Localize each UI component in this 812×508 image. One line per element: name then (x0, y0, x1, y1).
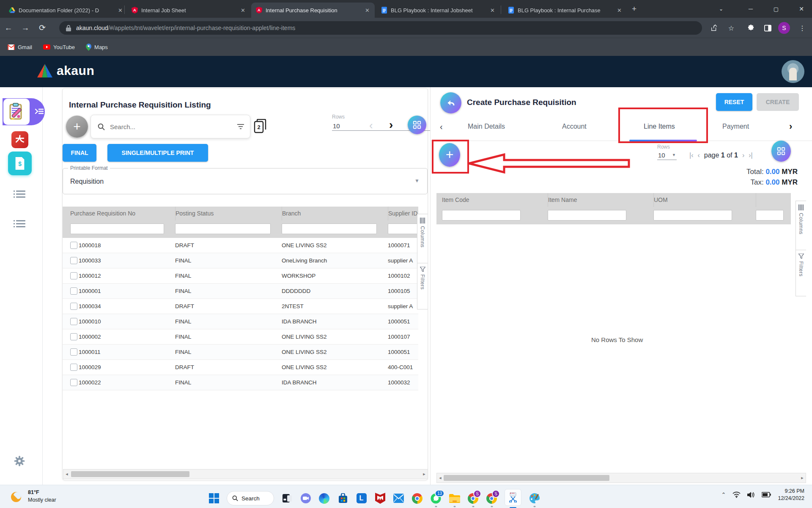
table-row[interactable]: 1000001FINALDDDDDDD1000105 (63, 284, 418, 299)
volume-icon[interactable] (747, 491, 755, 498)
row-checkbox[interactable] (70, 318, 77, 325)
table-row[interactable]: 1000029DRAFTONE LIVING SS2400-C001 (63, 360, 418, 375)
window-close-button[interactable]: ✕ (792, 0, 811, 18)
close-icon[interactable]: ✕ (364, 7, 370, 14)
columns-side-tab[interactable]: Columns (796, 201, 806, 254)
chrome-icon[interactable] (411, 493, 423, 504)
sidebar-item-list-2[interactable] (14, 219, 26, 229)
reset-button[interactable]: RESET (716, 93, 752, 111)
scroll-left-icon[interactable]: ◄ (437, 476, 444, 480)
tab-account[interactable]: Account (562, 123, 587, 130)
column-header[interactable]: Branch (282, 207, 388, 221)
last-page-icon[interactable]: ›| (749, 152, 752, 159)
row-checkbox[interactable] (70, 303, 77, 310)
printable-format-select[interactable]: Printable Format Requisition ▼ (63, 168, 428, 194)
close-icon[interactable]: ✕ (489, 7, 496, 14)
tab-internal-job-sheet[interactable]: A Internal Job Sheet ✕ (127, 3, 250, 18)
mcafee-icon[interactable] (374, 493, 386, 504)
bookmark-gmail[interactable]: Gmail (8, 44, 32, 50)
maximize-button[interactable]: ▢ (766, 0, 786, 18)
column-header[interactable]: Posting Status (175, 207, 282, 221)
whatsapp-icon[interactable]: 13 (430, 493, 442, 504)
filter-input-branch[interactable] (282, 224, 377, 234)
mail-icon[interactable] (393, 493, 404, 504)
share-icon[interactable] (707, 21, 721, 35)
table-row[interactable]: 1000018DRAFTONE LIVING SS21000071 (63, 238, 418, 253)
wifi-icon[interactable] (732, 491, 741, 498)
tab-internal-purchase-requisition[interactable]: A Internal Purchase Requisition ✕ (251, 3, 375, 18)
close-icon[interactable]: ✕ (117, 7, 123, 14)
tabs-scroll-left-icon[interactable]: ‹ (440, 122, 443, 132)
bookmark-star-icon[interactable]: ☆ (724, 21, 738, 35)
filters-side-tab[interactable]: Filters (796, 250, 806, 296)
close-icon[interactable]: ✕ (616, 7, 623, 14)
single-multiple-print-button[interactable]: SINGLE/MULTIPLE PRINT (107, 144, 208, 162)
filter-input-posting-status[interactable] (175, 224, 271, 234)
row-checkbox[interactable] (70, 333, 77, 340)
microsoft-store-icon[interactable] (337, 493, 348, 504)
table-row[interactable]: 1000034DRAFT2NTESTsupplier A (63, 299, 418, 314)
tab-search-chevron-icon[interactable]: ⌄ (711, 0, 731, 18)
close-icon[interactable]: ✕ (240, 7, 246, 14)
url-bar[interactable]: akaun.cloud/#/applets/tnt/wavelet/erp/in… (59, 21, 702, 35)
table-row[interactable]: 1000011FINALONE LIVING SS21000051 (63, 345, 418, 360)
grid-view-button[interactable] (771, 141, 791, 162)
sidebar-item-da-app[interactable] (11, 131, 28, 148)
row-checkbox[interactable] (70, 364, 77, 371)
grid-view-button[interactable] (408, 116, 426, 134)
back-button-circle[interactable] (440, 92, 461, 113)
tab-main-details[interactable]: Main Details (468, 123, 505, 130)
l-app-icon[interactable]: L (356, 493, 367, 504)
bookmark-youtube[interactable]: YouTube (43, 44, 75, 50)
create-horizontal-scrollbar[interactable]: ◄ ► (436, 473, 806, 483)
sidebar-item-requisition-applet[interactable] (3, 98, 45, 125)
task-view-button[interactable] (281, 493, 293, 504)
row-checkbox[interactable] (70, 379, 77, 386)
tab-payment[interactable]: Payment (722, 123, 749, 130)
user-avatar[interactable] (782, 60, 804, 83)
paint-icon[interactable] (529, 493, 540, 504)
browser-menu-icon[interactable]: ⋮ (795, 21, 809, 35)
tab-blg-playbook-purchase[interactable]: BLG Playbook : Internal Purchase ✕ (503, 3, 627, 18)
tray-expand-icon[interactable]: ⌃ (721, 491, 726, 498)
search-input[interactable] (109, 123, 237, 131)
snipping-tool-icon-active[interactable] (505, 489, 521, 506)
column-header[interactable]: Item Code (442, 193, 548, 207)
columns-side-tab[interactable]: Columns (417, 214, 428, 267)
taskbar-search[interactable]: Search (227, 491, 274, 505)
chat-button[interactable] (300, 493, 311, 504)
settings-gear-icon[interactable] (14, 456, 25, 467)
file-explorer-icon[interactable] (449, 493, 460, 504)
clock[interactable]: 9:26 PM 12/24/2022 (778, 488, 804, 502)
next-page-icon[interactable]: › (389, 118, 393, 132)
scrollbar-thumb[interactable] (71, 471, 189, 477)
scroll-left-icon[interactable]: ◄ (63, 472, 70, 476)
filter-list-icon[interactable] (237, 124, 244, 129)
row-checkbox[interactable] (70, 257, 77, 264)
extensions-icon[interactable] (743, 21, 758, 35)
listing-horizontal-scrollbar[interactable]: ◄ ► (63, 469, 428, 479)
table-row[interactable]: 1000022FINALIDA BRANCH1000032 (63, 375, 418, 390)
row-checkbox[interactable] (70, 242, 77, 249)
scrollbar-thumb[interactable] (444, 475, 609, 481)
sidebar-item-finance-doc[interactable]: $ (8, 152, 32, 175)
final-button[interactable]: FINAL (63, 144, 96, 162)
chrome-profile-s-icon-2[interactable]: S (486, 493, 497, 504)
filter-input-extra[interactable] (756, 210, 784, 221)
filter-input-uom[interactable] (653, 210, 732, 221)
create-button[interactable]: CREATE (757, 93, 799, 111)
battery-icon[interactable] (762, 492, 771, 497)
back-button[interactable]: ← (0, 23, 17, 33)
column-header[interactable]: Item Name (548, 193, 653, 207)
sidebar-item-list-1[interactable] (14, 190, 26, 199)
filter-input-requisition-no[interactable] (70, 224, 164, 234)
next-page-icon[interactable]: › (742, 152, 744, 159)
table-row[interactable]: 1000002FINALONE LIVING SS21000107 (63, 329, 418, 345)
filter-input-item-code[interactable] (442, 210, 521, 221)
column-header[interactable]: UOM (653, 193, 756, 207)
rows-per-page-select[interactable]: 10 ▼ (657, 152, 677, 160)
table-row[interactable]: 1000033FINALOneLiving Branchsupplier A (63, 253, 418, 268)
weather-widget[interactable]: 81°F Mostly clear (9, 489, 56, 504)
new-tab-button[interactable]: + (632, 4, 636, 14)
first-page-icon[interactable]: |‹ (689, 152, 693, 159)
